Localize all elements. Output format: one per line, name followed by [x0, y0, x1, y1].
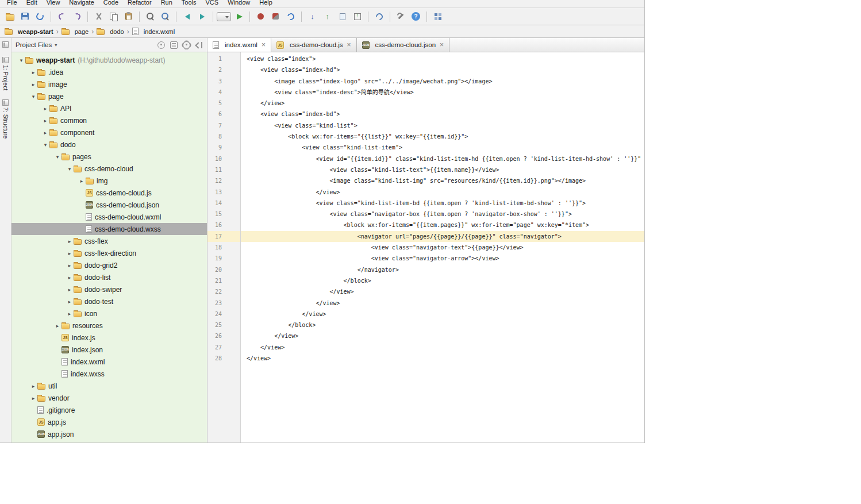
- tree-item-util[interactable]: ▸util: [11, 380, 207, 392]
- tree-item-css-demo-cloud.wxml[interactable]: css-demo-cloud.wxml: [11, 211, 207, 223]
- tree-item-partial[interactable]: [11, 440, 207, 443]
- tree-item-index.wxss[interactable]: index.wxss: [11, 368, 207, 380]
- find-icon[interactable]: [143, 10, 157, 24]
- gutter-line-number[interactable]: 11: [207, 164, 240, 175]
- gutter-line-number[interactable]: 7: [207, 120, 240, 131]
- editor-gutter[interactable]: 1234567891011121314151617181920212223242…: [207, 52, 241, 443]
- hide-icon[interactable]: [195, 41, 203, 49]
- expand-arrow-icon[interactable]: ▸: [29, 82, 37, 87]
- project-structure-icon[interactable]: [430, 10, 445, 24]
- editor-body[interactable]: 1234567891011121314151617181920212223242…: [207, 52, 644, 443]
- expand-arrow-icon[interactable]: ▸: [66, 251, 74, 256]
- run-icon[interactable]: [232, 10, 246, 24]
- tree-item-dodo-list[interactable]: ▸dodo-list: [11, 271, 207, 283]
- gutter-line-number[interactable]: 10: [207, 153, 240, 164]
- tool-window-project[interactable]: 1: Project: [2, 57, 9, 90]
- gutter-line-number[interactable]: 6: [207, 109, 240, 120]
- tree-item-weapp-start[interactable]: ▾weapp-start(H:\github\dodo\weapp-start): [11, 54, 207, 66]
- expand-arrow-icon[interactable]: ▾: [53, 154, 62, 160]
- tree-item-css-demo-cloud[interactable]: ▾css-demo-cloud: [11, 163, 207, 175]
- debug-icon[interactable]: [253, 10, 268, 24]
- tool-window-structure[interactable]: 7: Structure: [2, 99, 9, 138]
- tree-item-vendor[interactable]: ▸vendor: [11, 392, 207, 404]
- close-tab-icon[interactable]: ×: [347, 41, 351, 48]
- tree-item-page[interactable]: ▾page: [11, 90, 207, 102]
- tree-item-.gitignore[interactable]: .gitignore: [11, 404, 207, 416]
- breadcrumb-item-weapp-start[interactable]: weapp-start: [5, 28, 53, 35]
- synchronize-icon[interactable]: [33, 10, 47, 24]
- tree-item-dodo-swiper[interactable]: ▸dodo-swiper: [11, 283, 207, 295]
- close-tab-icon[interactable]: ×: [262, 41, 266, 48]
- tree-item-component[interactable]: ▸component: [11, 126, 207, 138]
- open-icon[interactable]: [3, 10, 17, 24]
- tree-item-index.wxml[interactable]: index.wxml: [11, 356, 207, 368]
- tree-item-resources[interactable]: ▸resources: [11, 320, 207, 332]
- tree-item-css-flex[interactable]: ▸css-flex: [11, 235, 207, 247]
- menu-item-navigate[interactable]: Navigate: [64, 0, 98, 7]
- gutter-line-number[interactable]: 24: [207, 309, 240, 320]
- expand-arrow-icon[interactable]: ▸: [66, 287, 74, 293]
- menu-item-help[interactable]: Help: [255, 0, 277, 7]
- gutter-line-number[interactable]: 12: [207, 175, 240, 186]
- menu-item-refactor[interactable]: Refactor: [123, 0, 156, 7]
- tree-item-app.js[interactable]: JSapp.js: [11, 416, 207, 428]
- tool-window-switcher[interactable]: [2, 41, 9, 48]
- gutter-line-number[interactable]: 26: [207, 330, 240, 341]
- forward-icon[interactable]: [195, 10, 209, 24]
- gutter-line-number[interactable]: 5: [207, 98, 240, 109]
- gutter-line-number[interactable]: 4: [207, 87, 240, 98]
- expand-arrow-icon[interactable]: ▸: [78, 178, 86, 184]
- gutter-line-number[interactable]: 3: [207, 76, 240, 87]
- tab-css-demo-cloud.js[interactable]: JScss-demo-cloud.js×: [271, 38, 357, 52]
- tree-item-icon[interactable]: ▸icon: [11, 307, 207, 320]
- gutter-line-number[interactable]: 2: [207, 64, 240, 75]
- vcs-history-icon[interactable]: [335, 10, 349, 24]
- gutter-line-number[interactable]: 28: [207, 353, 240, 364]
- gutter-line-number[interactable]: 27: [207, 342, 240, 353]
- gutter-line-number[interactable]: 19: [207, 253, 240, 264]
- help-icon[interactable]: ?: [409, 10, 423, 24]
- breadcrumb-item-dodo[interactable]: dodo: [97, 28, 124, 35]
- expand-arrow-icon[interactable]: ▸: [66, 275, 74, 280]
- save-all-icon[interactable]: [18, 10, 32, 24]
- gutter-line-number[interactable]: 13: [207, 187, 240, 198]
- gutter-line-number[interactable]: 20: [207, 264, 240, 275]
- expand-arrow-icon[interactable]: ▸: [53, 323, 62, 329]
- expand-arrow-icon[interactable]: ▸: [29, 70, 37, 75]
- undo-icon[interactable]: [55, 10, 69, 24]
- gutter-line-number[interactable]: 17: [207, 231, 240, 242]
- replace-icon[interactable]: [158, 10, 172, 24]
- expand-arrow-icon[interactable]: ▸: [29, 395, 37, 401]
- expand-arrow-icon[interactable]: ▸: [66, 238, 74, 244]
- copy-icon[interactable]: [106, 10, 121, 24]
- tree-item-dodo[interactable]: ▾dodo: [11, 138, 207, 151]
- rollback-icon[interactable]: [372, 10, 386, 24]
- expand-arrow-icon[interactable]: ▾: [29, 94, 37, 99]
- tree-item-index.js[interactable]: JSindex.js: [11, 332, 207, 344]
- tree-item-css-demo-cloud.json[interactable]: JSONcss-demo-cloud.json: [11, 199, 207, 211]
- expand-arrow-icon[interactable]: ▸: [66, 299, 74, 305]
- tree-item-css-demo-cloud.js[interactable]: JScss-demo-cloud.js: [11, 187, 207, 199]
- project-view-select[interactable]: Project Files ▾: [16, 41, 57, 48]
- gutter-line-number[interactable]: 21: [207, 275, 240, 286]
- tree-item-API[interactable]: ▸API: [11, 102, 207, 114]
- restart-icon[interactable]: [283, 10, 298, 24]
- menu-item-run[interactable]: Run: [156, 0, 177, 7]
- settings-icon[interactable]: [394, 10, 408, 24]
- close-tab-icon[interactable]: ×: [440, 41, 444, 48]
- expand-arrow-icon[interactable]: ▸: [41, 106, 49, 111]
- menu-item-tools[interactable]: Tools: [177, 0, 201, 7]
- collapse-all-icon[interactable]: [170, 41, 178, 49]
- gutter-line-number[interactable]: 15: [207, 209, 240, 220]
- breadcrumb-item-page[interactable]: page: [62, 28, 89, 35]
- menu-item-view[interactable]: View: [42, 0, 65, 7]
- tree-item-dodo-test[interactable]: ▸dodo-test: [11, 295, 207, 307]
- gutter-line-number[interactable]: 9: [207, 142, 240, 153]
- menu-item-code[interactable]: Code: [99, 0, 123, 7]
- expand-arrow-icon[interactable]: ▸: [66, 263, 74, 268]
- upload-icon[interactable]: [350, 10, 364, 24]
- gutter-line-number[interactable]: 22: [207, 286, 240, 297]
- tree-item-pages[interactable]: ▾pages: [11, 151, 207, 163]
- tree-item-index.json[interactable]: JSONindex.json: [11, 344, 207, 356]
- expand-arrow-icon[interactable]: ▸: [29, 383, 37, 389]
